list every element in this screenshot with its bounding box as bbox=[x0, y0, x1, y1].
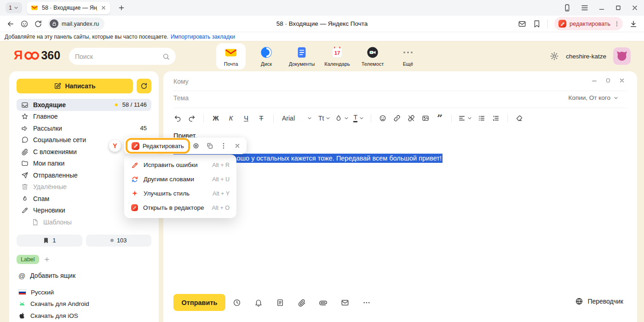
italic-button[interactable]: К bbox=[225, 112, 236, 124]
yandex-360-logo[interactable]: Я 360 bbox=[14, 49, 60, 62]
service-telemost[interactable]: Телемост bbox=[358, 43, 387, 69]
new-tab-button[interactable] bbox=[118, 4, 125, 12]
font-size-button[interactable]: Tt bbox=[318, 112, 331, 124]
emoji-button[interactable] bbox=[378, 112, 388, 124]
numbered-list-button[interactable] bbox=[491, 112, 501, 124]
menu-item-open-in-editor[interactable]: Открыть в редакторе Alt + O bbox=[124, 201, 236, 215]
bullet-list-button[interactable] bbox=[477, 112, 487, 124]
align-button[interactable] bbox=[458, 112, 472, 124]
underline-button[interactable]: Ч bbox=[241, 112, 252, 124]
window-maximize-icon[interactable] bbox=[615, 4, 622, 12]
bookmarks-bar: Добавляйте на эту панель сайты, которые … bbox=[0, 32, 644, 41]
bold-button[interactable]: Ж bbox=[210, 112, 221, 124]
service-more[interactable]: Ещё bbox=[393, 43, 423, 69]
compose-label: Написать bbox=[65, 82, 95, 90]
settings-gear-icon[interactable] bbox=[550, 52, 559, 61]
service-label: Ещё bbox=[403, 61, 414, 67]
service-disk[interactable]: Диск bbox=[252, 43, 281, 69]
service-docs[interactable]: Документы bbox=[287, 43, 316, 69]
link-button[interactable] bbox=[392, 112, 402, 124]
extension-kebab-icon[interactable] bbox=[614, 21, 620, 27]
address-bar[interactable]: mail.yandex.ru bbox=[48, 17, 104, 30]
add-label-icon[interactable] bbox=[44, 256, 50, 263]
translator-icon bbox=[575, 297, 583, 305]
device-sync-icon[interactable] bbox=[563, 4, 571, 12]
text-color-button[interactable]: Т bbox=[353, 112, 364, 124]
popup-close-icon[interactable] bbox=[231, 140, 243, 152]
menu-item-fix-errors[interactable]: Исправить ошибки Alt + R bbox=[124, 158, 236, 172]
refresh-icon[interactable] bbox=[34, 20, 42, 28]
lock-icon[interactable] bbox=[50, 19, 58, 28]
ios-download-link[interactable]: Скачать для iOS bbox=[17, 310, 151, 322]
window-close-icon[interactable] bbox=[631, 4, 638, 12]
window-minimize-icon[interactable] bbox=[598, 4, 605, 12]
unlink-button[interactable] bbox=[406, 112, 416, 124]
edit-button-highlighted[interactable]: Редактировать bbox=[127, 140, 188, 152]
more-options-icon[interactable] bbox=[362, 299, 371, 307]
service-label: Диск bbox=[261, 61, 272, 67]
mail-toolbar-icon[interactable] bbox=[518, 20, 526, 28]
user-name[interactable]: cheshire-katze bbox=[566, 53, 606, 60]
add-mailbox-button[interactable]: @ Добавить ящик bbox=[17, 272, 151, 280]
bookmark-icon[interactable] bbox=[533, 20, 541, 28]
folder-label: Спам bbox=[33, 195, 49, 202]
notes-icon[interactable] bbox=[276, 299, 284, 307]
folder-main[interactable]: Главное bbox=[17, 111, 151, 123]
attach-from-disk-icon[interactable] bbox=[319, 299, 328, 307]
ring-logo-icon[interactable] bbox=[190, 140, 202, 152]
unread-filter-button[interactable]: 103 bbox=[86, 235, 152, 247]
android-download-link[interactable]: Скачать для Android bbox=[17, 298, 151, 310]
compose-close-icon[interactable] bbox=[619, 77, 625, 84]
service-mail[interactable]: Почта bbox=[216, 43, 246, 69]
editor-extension-button[interactable]: редактировать bbox=[554, 17, 623, 30]
tab-close-icon[interactable] bbox=[101, 5, 106, 11]
browser-profile-icon[interactable] bbox=[20, 20, 29, 28]
download-icon[interactable] bbox=[629, 20, 638, 28]
copy-icon[interactable] bbox=[204, 140, 216, 152]
bookmarks-hint: Добавляйте на эту панель сайты, которые … bbox=[5, 34, 168, 40]
avatar[interactable] bbox=[613, 47, 631, 65]
link-label: Русский bbox=[31, 289, 54, 296]
label-chip[interactable]: Label bbox=[17, 255, 39, 264]
insert-image-button[interactable] bbox=[420, 112, 431, 124]
import-bookmarks-link[interactable]: Импортировать закладки bbox=[171, 34, 235, 40]
subject-field[interactable]: Тема bbox=[173, 94, 189, 102]
tab-counter-button[interactable]: 1 bbox=[6, 2, 22, 13]
folder-newsletters[interactable]: Рассылки 45 bbox=[17, 122, 151, 134]
search-icon[interactable] bbox=[162, 53, 170, 60]
active-tab[interactable]: 58 · Входящие — Янде bbox=[27, 2, 110, 14]
translator-button[interactable]: Переводчик bbox=[575, 297, 623, 305]
redo-button[interactable] bbox=[187, 112, 197, 124]
font-family-select[interactable]: Arial bbox=[280, 115, 314, 122]
search-box[interactable] bbox=[69, 48, 176, 65]
cc-from-toggle[interactable]: Копии, От кого bbox=[569, 94, 619, 101]
yandex-extension-badge[interactable]: Y bbox=[109, 140, 121, 152]
attach-mail-icon[interactable] bbox=[341, 299, 349, 307]
reminder-bell-icon[interactable] bbox=[254, 299, 263, 307]
search-input[interactable] bbox=[75, 53, 159, 60]
clear-formatting-button[interactable] bbox=[514, 112, 524, 124]
compose-minimize-icon[interactable] bbox=[591, 77, 598, 84]
saved-filter-button[interactable]: 1 bbox=[17, 235, 82, 247]
sync-button[interactable] bbox=[137, 79, 151, 93]
schedule-send-icon[interactable] bbox=[233, 299, 241, 307]
compose-button[interactable]: Написать bbox=[17, 79, 133, 93]
quote-button[interactable]: ” bbox=[435, 115, 445, 121]
folder-inbox[interactable]: Входящие 58 / 1146 bbox=[17, 99, 151, 111]
undo-button[interactable] bbox=[172, 112, 183, 124]
back-icon[interactable] bbox=[6, 20, 15, 28]
highlight-color-button[interactable] bbox=[335, 112, 349, 124]
popup-kebab-icon[interactable] bbox=[218, 140, 230, 152]
send-button[interactable]: Отправить bbox=[173, 294, 225, 311]
service-calendar[interactable]: 17 Календарь bbox=[322, 43, 352, 69]
menu-item-improve-style[interactable]: Улучшить стиль Alt + Y bbox=[124, 186, 236, 201]
attach-file-icon[interactable] bbox=[298, 299, 306, 307]
strikethrough-button[interactable]: Т bbox=[256, 112, 267, 124]
folder-label: Черновики bbox=[33, 207, 65, 214]
to-field[interactable]: Кому bbox=[173, 78, 189, 85]
text-color-glyph: Т bbox=[353, 114, 357, 122]
compose-expand-icon[interactable] bbox=[605, 78, 611, 83]
menu-item-rephrase[interactable]: Другими словами Alt + U bbox=[124, 172, 236, 186]
language-link[interactable]: Русский bbox=[17, 287, 151, 299]
browser-menu-icon[interactable] bbox=[581, 4, 589, 12]
